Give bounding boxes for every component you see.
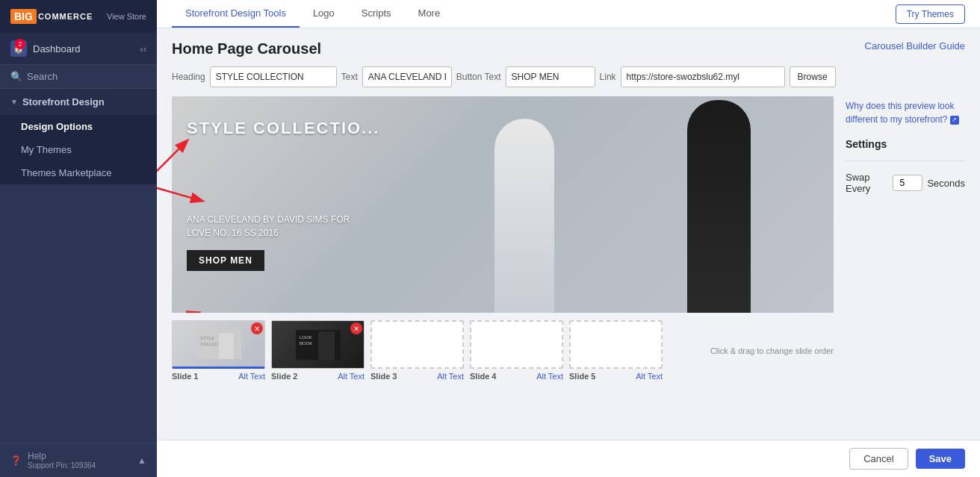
- sidebar-expand-icon[interactable]: ▲: [137, 455, 146, 466]
- text-input[interactable]: [362, 66, 452, 87]
- figure-silhouette-left: [494, 119, 554, 313]
- sidebar-item-design-options[interactable]: Design Options: [0, 115, 157, 138]
- slide-2-remove-button[interactable]: ✕: [350, 322, 362, 334]
- sidebar-sub-items: Design Options My Themes Themes Marketpl…: [0, 115, 157, 184]
- slide-1-labels: Slide 1 Alt Text: [172, 372, 265, 381]
- carousel-guide-link[interactable]: Carousel Builder Guide: [865, 40, 965, 52]
- slide-thumbnails-row: ✕ STYLE COLLECT. Slide: [172, 320, 834, 381]
- slide-5-thumb[interactable]: [569, 320, 663, 369]
- slide-2-alt-text-link[interactable]: Alt Text: [338, 372, 365, 381]
- slide-1-remove-button[interactable]: ✕: [251, 322, 263, 334]
- view-store-link[interactable]: View Store: [107, 12, 146, 21]
- bottom-bar: Cancel Save: [157, 440, 980, 477]
- swap-every-input[interactable]: [893, 175, 922, 191]
- slide-3-thumb[interactable]: [370, 320, 464, 369]
- slide-5-label: Slide 5: [569, 372, 595, 381]
- page-header: Home Page Carousel Carousel Builder Guid…: [172, 40, 965, 57]
- logo: BIG COMMERCE: [10, 9, 93, 24]
- dashboard-button[interactable]: 🏠 2 Dashboard ‹‹: [0, 33, 157, 65]
- settings-column: Why does this preview look different to …: [846, 96, 965, 428]
- top-tab-bar: Storefront Design Tools Logo Scripts Mor…: [157, 0, 980, 28]
- carousel-preview: STYLE COLLECTIO... ANA CLEVELAND BY DAVI…: [172, 96, 834, 313]
- search-bar[interactable]: 🔍 Search: [0, 65, 157, 89]
- slide-4-alt-text-link[interactable]: Alt Text: [536, 372, 563, 381]
- storefront-design-section: ▼ Storefront Design Design Options My Th…: [0, 89, 157, 184]
- help-icon: ❓: [10, 455, 22, 466]
- seconds-label: Seconds: [927, 178, 965, 189]
- tab-logo[interactable]: Logo: [300, 0, 348, 28]
- slide-shop-button[interactable]: SHOP MEN: [187, 250, 264, 271]
- save-button[interactable]: Save: [916, 449, 965, 469]
- slide-3-label: Slide 3: [370, 372, 397, 381]
- dashboard-label: Dashboard: [33, 43, 81, 54]
- content-area: Home Page Carousel Carousel Builder Guid…: [157, 28, 980, 440]
- figure-right: [670, 96, 767, 313]
- help-label: Help: [28, 451, 96, 461]
- swap-label: Swap Every: [846, 172, 888, 194]
- slide-text-overlay: STYLE COLLECTIO... ANA CLEVELAND BY DAVI…: [187, 119, 379, 271]
- link-label: Link: [600, 72, 616, 82]
- section-arrow-icon: ▼: [10, 98, 18, 106]
- settings-divider: [846, 160, 965, 161]
- sidebar-collapse-icon[interactable]: ‹‹: [140, 43, 146, 54]
- preview-column: Text Upload Image: [172, 96, 834, 428]
- tab-storefront-design-tools[interactable]: Storefront Design Tools: [172, 0, 300, 28]
- external-link-icon: ↗: [950, 116, 959, 125]
- link-input[interactable]: [621, 66, 785, 87]
- storefront-design-header[interactable]: ▼ Storefront Design: [0, 89, 157, 115]
- dashboard-badge: 2: [15, 39, 25, 49]
- tab-scripts[interactable]: Scripts: [348, 0, 405, 28]
- drag-hint: Click & drag to change slide order: [710, 346, 834, 355]
- carousel-preview-wrapper: Text Upload Image: [172, 96, 834, 313]
- main-two-col: Text Upload Image: [172, 96, 965, 428]
- slide-heading-text: STYLE COLLECTIO...: [187, 119, 379, 138]
- browse-button[interactable]: Browse: [790, 66, 836, 87]
- svg-rect-12: [318, 331, 335, 360]
- heading-label: Heading: [172, 72, 205, 82]
- swap-row: Swap Every Seconds: [846, 172, 965, 194]
- slide-2-thumb[interactable]: ✕ LOOK BOOK: [271, 320, 365, 369]
- button-text-input[interactable]: [506, 66, 595, 87]
- slide-5-labels: Slide 5 Alt Text: [569, 372, 663, 381]
- slide-1-label: Slide 1: [172, 372, 198, 381]
- text-label: Text: [341, 72, 358, 82]
- slide-2-label: Slide 2: [271, 372, 297, 381]
- try-themes-button[interactable]: Try Themes: [896, 4, 965, 24]
- preview-note[interactable]: Why does this preview look different to …: [846, 99, 965, 126]
- sidebar-item-themes-marketplace[interactable]: Themes Marketplace: [0, 161, 157, 184]
- carousel-fields-row: Heading Text Button Text Link Browse: [172, 66, 965, 87]
- slide-3-alt-text-link[interactable]: Alt Text: [437, 372, 464, 381]
- cancel-button[interactable]: Cancel: [849, 448, 908, 470]
- slide-1-thumb[interactable]: ✕ STYLE COLLECT.: [172, 320, 265, 369]
- slide-2-labels: Slide 2 Alt Text: [271, 372, 365, 381]
- slide-2-thumb-wrap: ✕ LOOK BOOK Slide 2: [271, 320, 365, 381]
- sidebar: BIG COMMERCE View Store 🏠 2 Dashboard ‹‹…: [0, 0, 157, 477]
- svg-text:STYLE: STYLE: [200, 336, 214, 340]
- slide-4-thumb-wrap: Slide 4 Alt Text: [470, 320, 563, 381]
- slide-4-labels: Slide 4 Alt Text: [470, 372, 563, 381]
- support-pin: Support Pin: 109364: [28, 461, 96, 470]
- slide-5-alt-text-link[interactable]: Alt Text: [636, 372, 663, 381]
- slide-4-thumb[interactable]: [470, 320, 563, 369]
- storefront-design-label: Storefront Design: [22, 96, 105, 107]
- search-icon: 🔍: [10, 71, 22, 82]
- svg-text:BOOK: BOOK: [300, 341, 312, 346]
- tab-more[interactable]: More: [405, 0, 454, 28]
- page-title: Home Page Carousel: [172, 40, 321, 57]
- button-text-label: Button Text: [456, 72, 501, 82]
- figure-left: [480, 104, 569, 313]
- slide-subtext: ANA CLEVELAND BY DAVID SIMS FOR LOVE NO.…: [187, 213, 351, 240]
- search-label: Search: [27, 71, 58, 82]
- sidebar-item-my-themes[interactable]: My Themes: [0, 138, 157, 161]
- heading-input[interactable]: [210, 66, 337, 87]
- slide-1-alt-text-link[interactable]: Alt Text: [238, 372, 265, 381]
- slide-5-thumb-wrap: Slide 5 Alt Text: [569, 320, 663, 381]
- logo-text: COMMERCE: [38, 12, 93, 21]
- logo-icon: BIG: [10, 9, 37, 24]
- svg-text:COLLECT.: COLLECT.: [200, 342, 222, 346]
- slide-1-thumb-wrap: ✕ STYLE COLLECT. Slide: [172, 320, 265, 381]
- main-content: Storefront Design Tools Logo Scripts Mor…: [157, 0, 980, 477]
- sidebar-footer: ❓ Help Support Pin: 109364 ▲: [0, 443, 157, 477]
- slide-3-labels: Slide 3 Alt Text: [370, 372, 464, 381]
- figure-silhouette-right: [687, 100, 751, 313]
